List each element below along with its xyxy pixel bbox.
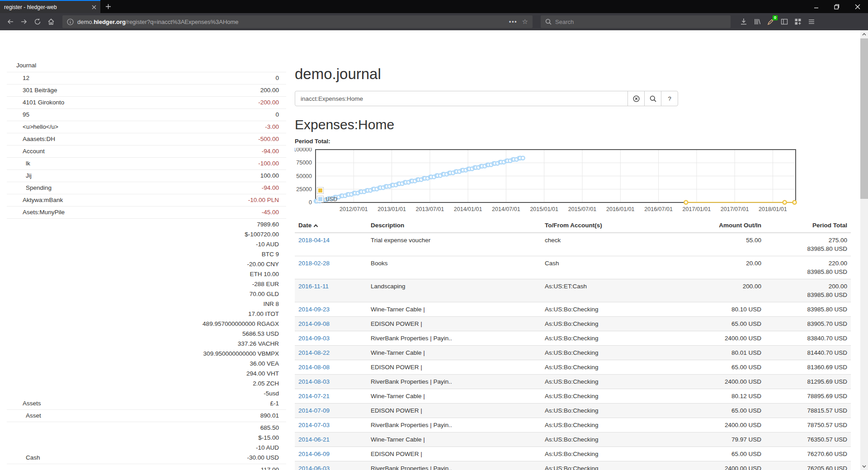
sidebar-account-row[interactable]: Spending-94.00 xyxy=(7,182,286,194)
transaction-date-link[interactable]: 2016-11-11 xyxy=(298,283,329,290)
sidebar-account-row[interactable]: 950 xyxy=(7,108,286,121)
sidebar-account-row[interactable]: -117.00 xyxy=(7,464,286,470)
url-bar[interactable]: demo.hledger.org/register?q=inacct%3AExp… xyxy=(62,15,533,28)
account-name[interactable]: lk xyxy=(7,159,30,169)
table-row[interactable]: 2014-06-21Wine-Tarner Cable |As:US:Bo:Ch… xyxy=(295,432,851,447)
account-name[interactable]: 95 xyxy=(7,110,29,120)
sidebar-account-row[interactable]: Aaasets:DH-500.00 xyxy=(7,133,286,145)
new-tab-button[interactable] xyxy=(100,0,116,13)
transaction-date-link[interactable]: 2014-09-03 xyxy=(298,335,330,342)
account-name[interactable]: Cash xyxy=(7,453,40,463)
sidebar-account-row[interactable]: Aktywa:mBank-10.00 PLN xyxy=(7,194,286,206)
submit-search-button[interactable] xyxy=(644,91,661,106)
table-row[interactable]: 2014-07-03RiverBank Properties | Payin..… xyxy=(295,418,851,432)
sidebar-account-row[interactable]: 301 Beiträge200.00 xyxy=(7,84,286,96)
account-name[interactable]: 301 Beiträge xyxy=(7,85,57,95)
transaction-date-link[interactable]: 2014-06-09 xyxy=(298,451,330,457)
transaction-date-link[interactable]: 2014-07-09 xyxy=(298,407,330,414)
transaction-date-link[interactable]: 2014-08-03 xyxy=(298,378,330,385)
tab-close-icon[interactable] xyxy=(92,5,96,9)
home-button[interactable] xyxy=(44,15,58,28)
scrollbar-up-arrow[interactable] xyxy=(860,30,868,38)
table-row[interactable]: 2014-09-03RiverBank Properties | Payin..… xyxy=(295,331,851,346)
downloads-icon[interactable] xyxy=(737,15,750,28)
table-row[interactable]: 2014-07-21Wine-Tarner Cable |As:US:Bo:Ch… xyxy=(295,389,851,404)
account-name[interactable]: 12 xyxy=(7,73,29,83)
browser-tab[interactable]: register - hledger-web xyxy=(0,0,100,13)
sidebar-account-row[interactable]: Assets7989.60$-100720.00-10 AUDBTC 9-20.… xyxy=(7,218,286,409)
page-scrollbar[interactable] xyxy=(860,30,868,470)
sidebar-account-row[interactable]: lk-100.00 xyxy=(7,157,286,169)
clear-query-button[interactable] xyxy=(627,91,645,106)
table-row[interactable]: 2014-08-08EDISON POWER |As:US:Bo:Checkin… xyxy=(295,360,851,375)
library-icon[interactable] xyxy=(750,15,764,28)
column-header-amount[interactable]: Amount Out/In xyxy=(675,218,765,233)
table-row[interactable]: 2018-04-14Trial expense vouchercheck55.0… xyxy=(295,233,851,256)
table-row[interactable]: 2016-11-11LandscapingAs:US:ET:Cash200.00… xyxy=(295,279,851,302)
account-name[interactable]: Asset xyxy=(7,411,41,421)
browser-search-field[interactable]: Search xyxy=(541,15,731,28)
query-input[interactable] xyxy=(295,91,628,106)
account-balance: -10.00 PLN xyxy=(63,195,286,205)
forward-button[interactable] xyxy=(17,15,31,28)
sidebar-account-row[interactable]: Account-94.00 xyxy=(7,145,286,157)
scrollbar-thumb[interactable] xyxy=(860,38,868,199)
sidebar-journal-link[interactable]: Journal xyxy=(7,59,286,72)
table-row[interactable]: 2014-06-03RiverBank Properties | Payin..… xyxy=(295,461,851,470)
sidebar-account-row[interactable]: 120 xyxy=(7,72,286,84)
account-name[interactable]: <u>hello</u> xyxy=(7,122,58,132)
transaction-amount: 65.00 USD xyxy=(675,447,765,461)
scrollbar-down-arrow[interactable] xyxy=(860,462,868,470)
table-row[interactable]: 2014-06-09EDISON POWER |As:US:Bo:Checkin… xyxy=(295,447,851,461)
transaction-date-link[interactable]: 2014-07-21 xyxy=(298,393,330,400)
back-button[interactable] xyxy=(4,15,17,28)
window-minimize-button[interactable] xyxy=(806,0,826,13)
site-info-icon[interactable] xyxy=(67,19,74,25)
window-close-button[interactable] xyxy=(847,0,868,13)
account-name[interactable]: Aktywa:mBank xyxy=(7,195,63,205)
window-restore-button[interactable] xyxy=(826,0,847,13)
sidebar-account-row[interactable]: Asset890.01 xyxy=(7,409,286,422)
page-actions-icon[interactable]: ••• xyxy=(509,19,518,25)
transaction-date-link[interactable]: 2014-08-08 xyxy=(298,364,330,371)
table-row[interactable]: 2014-09-23Wine-Tarner Cable |As:US:Bo:Ch… xyxy=(295,302,851,317)
transaction-date-link[interactable]: 2014-08-22 xyxy=(298,349,330,356)
addon-highlighter-icon[interactable]: 0 xyxy=(764,15,778,28)
transaction-date-link[interactable]: 2014-09-23 xyxy=(298,306,330,313)
account-name[interactable]: Account xyxy=(7,146,45,156)
bookmark-star-icon[interactable]: ☆ xyxy=(522,18,528,26)
period-total-cell: 78750.57 USD xyxy=(765,418,851,432)
transaction-date-link[interactable]: 2014-06-03 xyxy=(298,465,330,470)
sidebar-account-row[interactable]: Jij100.00 xyxy=(7,169,286,182)
column-header-date[interactable]: Date xyxy=(295,218,367,233)
column-header-account[interactable]: To/From Account(s) xyxy=(541,218,675,233)
account-name[interactable]: Spending xyxy=(7,183,52,193)
reload-button[interactable] xyxy=(31,15,44,28)
sidebar-account-row[interactable]: 4101 Girokonto-200.00 xyxy=(7,96,286,108)
table-row[interactable]: 2014-08-03RiverBank Properties | Payin..… xyxy=(295,375,851,389)
sidebars-toggle-icon[interactable] xyxy=(778,15,791,28)
period-total-chart[interactable]: 2012/07/012013/01/012013/07/012014/01/01… xyxy=(295,148,801,213)
menu-hamburger-icon[interactable] xyxy=(805,15,818,28)
column-header-period-total[interactable]: Period Total xyxy=(765,218,851,233)
account-name[interactable]: Jij xyxy=(7,171,32,181)
account-name[interactable]: Asets:MunyPile xyxy=(7,207,65,217)
sidebar-account-row[interactable]: Cash685.50$-15.00-10 AUD-30.00 USD xyxy=(7,422,286,464)
sidebar-account-row[interactable]: Asets:MunyPile-45.00 xyxy=(7,206,286,218)
account-name[interactable]: Assets xyxy=(7,399,41,409)
table-row[interactable]: 2018-02-28BooksCash20.00220.0083985.80 U… xyxy=(295,256,851,279)
extensions-grid-icon[interactable] xyxy=(791,15,805,28)
transaction-date-link[interactable]: 2014-06-21 xyxy=(298,436,330,443)
table-row[interactable]: 2014-09-08EDISON POWER |As:US:Bo:Checkin… xyxy=(295,317,851,331)
transaction-date-link[interactable]: 2014-07-03 xyxy=(298,422,330,428)
transaction-date-link[interactable]: 2014-09-08 xyxy=(298,320,330,327)
table-row[interactable]: 2014-07-09EDISON POWER |As:US:Bo:Checkin… xyxy=(295,404,851,418)
transaction-date-link[interactable]: 2018-02-28 xyxy=(298,260,330,267)
help-button[interactable]: ? xyxy=(661,91,678,106)
account-name[interactable]: 4101 Girokonto xyxy=(7,98,64,108)
table-row[interactable]: 2014-08-22Wine-Tarner Cable |As:US:Bo:Ch… xyxy=(295,346,851,360)
account-name[interactable]: Aaasets:DH xyxy=(7,134,55,144)
column-header-description[interactable]: Description xyxy=(367,218,541,233)
transaction-date-link[interactable]: 2018-04-14 xyxy=(298,237,330,244)
sidebar-account-row[interactable]: <u>hello</u>-3.00 xyxy=(7,121,286,133)
